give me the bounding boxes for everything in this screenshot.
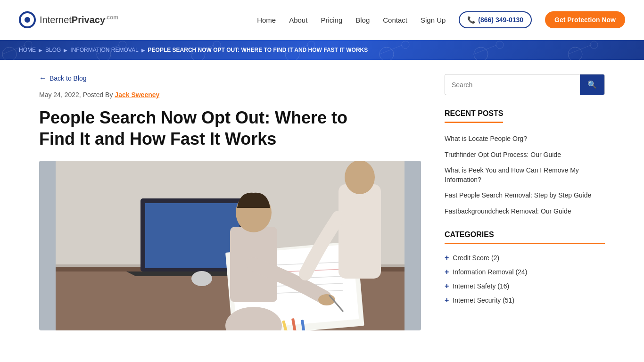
logo-icon — [19, 11, 36, 28]
breadcrumb-sep-3: ▶ — [141, 48, 145, 53]
recent-posts-section: RECENT POSTS What is Locate People Org? … — [445, 109, 605, 216]
breadcrumb-info-removal[interactable]: INFORMATION REMOVAL — [70, 47, 138, 53]
categories-list: + Credit Score (2) + Information Removal… — [445, 251, 605, 307]
nav-about[interactable]: About — [289, 16, 307, 24]
list-item: What is Locate People Org? — [445, 134, 605, 144]
post-author-link[interactable]: Jack Sweeney — [115, 91, 159, 99]
list-item: What is Peek You and How Can I Remove My… — [445, 166, 605, 184]
post-title: People Search Now Opt Out: Where to Find… — [39, 107, 421, 149]
recent-post-link-4[interactable]: Fast People Search Removal: Step by Step… — [445, 191, 591, 199]
recent-post-link-3[interactable]: What is Peek You and How Can I Remove My… — [445, 166, 579, 183]
list-item: Truthfinder Opt Out Process: Our Guide — [445, 150, 605, 160]
phone-button[interactable]: 📞 (866) 349-0130 — [459, 11, 532, 28]
nav-signup[interactable]: Sign Up — [421, 16, 446, 24]
nav-blog[interactable]: Blog — [355, 16, 370, 24]
post-meta: May 24, 2022, Posted By Jack Sweeney — [39, 91, 421, 99]
post-date: May 24, 2022 — [39, 91, 79, 99]
search-input[interactable] — [445, 75, 580, 94]
svg-rect-5 — [145, 203, 239, 268]
recent-post-link-5[interactable]: Fastbackgroundcheck Removal: Our Guide — [445, 207, 571, 215]
nav-home[interactable]: Home — [257, 16, 276, 24]
list-item: + Internet Security (51) — [445, 293, 605, 307]
category-link-2[interactable]: Information Removal (24) — [453, 268, 527, 276]
recent-posts-title: RECENT POSTS — [445, 109, 503, 123]
logo-text: InternetPrivacy.com — [40, 14, 118, 25]
cat-plus-icon-2: + — [445, 268, 449, 276]
back-arrow-icon: ← — [39, 74, 47, 82]
phone-number: (866) 349-0130 — [478, 16, 523, 24]
main-container: ← Back to Blog May 24, 2022, Posted By J… — [20, 60, 624, 345]
breadcrumb-home[interactable]: HOME — [19, 47, 36, 53]
nav-pricing[interactable]: Pricing — [321, 16, 342, 24]
categories-title: CATEGORIES — [445, 230, 605, 244]
recent-post-link-1[interactable]: What is Locate People Org? — [445, 135, 527, 142]
breadcrumb-blog[interactable]: BLOG — [45, 47, 61, 53]
categories-section: CATEGORIES + Credit Score (2) + Informat… — [445, 230, 605, 307]
nav-contact[interactable]: Contact — [383, 16, 407, 24]
list-item: Fastbackgroundcheck Removal: Our Guide — [445, 207, 605, 216]
search-button[interactable]: 🔍 — [580, 74, 604, 95]
phone-icon: 📞 — [467, 16, 475, 24]
breadcrumb-bar: HOME ▶ BLOG ▶ INFORMATION REMOVAL ▶ PEOP… — [0, 40, 644, 60]
back-to-blog-label: Back to Blog — [50, 74, 87, 82]
sidebar: 🔍 RECENT POSTS What is Locate People Org… — [445, 74, 605, 330]
list-item: + Information Removal (24) — [445, 265, 605, 279]
main-nav: Home About Pricing Blog Contact Sign Up … — [257, 11, 625, 28]
logo[interactable]: InternetPrivacy.com — [19, 11, 118, 28]
back-to-blog-link[interactable]: ← Back to Blog — [39, 74, 87, 82]
breadcrumb-current: PEOPLE SEARCH NOW OPT OUT: WHERE TO FIND… — [148, 47, 368, 53]
list-item: + Credit Score (2) — [445, 251, 605, 265]
get-protection-button[interactable]: Get Protection Now — [545, 11, 625, 28]
svg-point-19 — [345, 161, 375, 194]
cat-plus-icon-3: + — [445, 282, 449, 290]
svg-rect-18 — [339, 184, 381, 279]
svg-point-20 — [191, 271, 212, 286]
post-posted-by: Posted By — [83, 91, 113, 99]
breadcrumb-sep-2: ▶ — [64, 48, 67, 53]
content-col: ← Back to Blog May 24, 2022, Posted By J… — [39, 74, 421, 330]
list-item: Fast People Search Removal: Step by Step… — [445, 191, 605, 200]
recent-posts-list: What is Locate People Org? Truthfinder O… — [445, 134, 605, 216]
breadcrumb-sep-1: ▶ — [39, 48, 42, 53]
cat-plus-icon-1: + — [445, 254, 449, 262]
category-link-1[interactable]: Credit Score (2) — [453, 254, 499, 262]
category-link-3[interactable]: Internet Safety (16) — [453, 282, 509, 290]
cat-plus-icon-4: + — [445, 296, 449, 304]
search-box: 🔍 — [445, 74, 605, 95]
list-item: + Internet Safety (16) — [445, 279, 605, 293]
post-featured-image — [39, 161, 421, 330]
search-icon: 🔍 — [587, 81, 597, 89]
category-link-4[interactable]: Internet Security (51) — [453, 296, 514, 304]
recent-post-link-2[interactable]: Truthfinder Opt Out Process: Our Guide — [445, 151, 561, 158]
